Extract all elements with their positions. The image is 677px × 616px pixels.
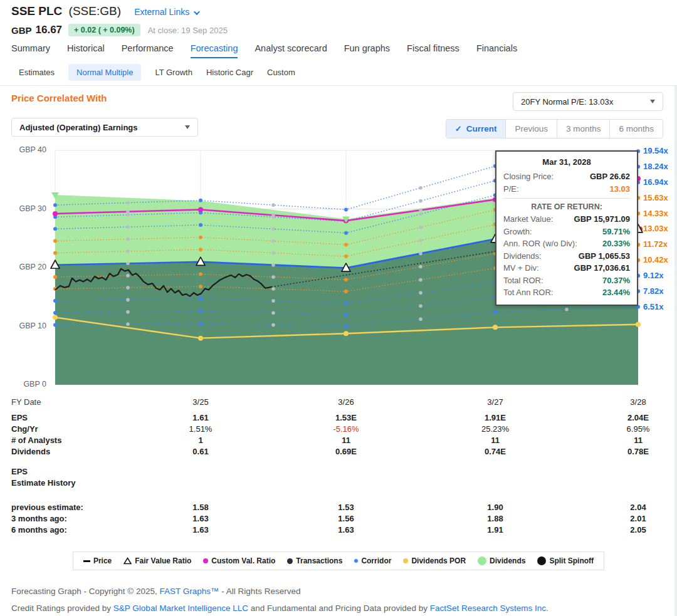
sp-global-link[interactable]: S&P Global Market Intelligence LLC (113, 603, 248, 613)
6-months-ago-value: 1.91 (458, 525, 533, 535)
previous-button[interactable]: Previous (505, 120, 557, 138)
legend-price: Price (83, 556, 112, 565)
tab-summary[interactable]: Summary (11, 43, 50, 58)
subtab-estimates[interactable]: Estimates (19, 68, 55, 77)
tooltip-label: Dividends: (503, 250, 542, 263)
dividends-value: 0.78E (601, 447, 676, 456)
chart-legend: Price Fair Value Ratio Custom Val. Ratio… (0, 551, 677, 570)
tooltip-mv-div: GBP 17,036.61 (574, 262, 630, 274)
analysts-value: 11 (458, 436, 533, 445)
external-links-dropdown[interactable]: External Links (134, 7, 198, 17)
table-row: 6 months ago: 1.63 1.63 1.91 2.05 (0, 525, 677, 536)
subtab-custom[interactable]: Custom (267, 68, 295, 77)
tab-analyst-scorecard[interactable]: Analyst scorecard (255, 43, 327, 58)
tooltip-label: Market Value: (503, 213, 553, 226)
tooltip-growth: 59.71% (602, 226, 630, 238)
metric-dropdown-value: Adjusted (Operating) Earnings (19, 123, 138, 132)
fy-date: 3/28 (601, 397, 676, 407)
current-button[interactable]: ✓Current (446, 120, 506, 138)
previous-estimate-value: 2.04 (601, 503, 676, 512)
previous-estimate-label: previous estimate: (11, 503, 83, 512)
price-line-icon (83, 560, 90, 562)
subtab-lt-growth[interactable]: LT Growth (155, 68, 192, 77)
price-value: 16.67 (36, 24, 63, 36)
legend-transactions: Transactions (287, 556, 342, 565)
legend-label: Price (93, 556, 112, 565)
legend-dividends-por: Dividends POR (403, 556, 466, 565)
tooltip-closing-price: GBP 26.62 (590, 170, 630, 183)
fast-graphs-link[interactable]: FAST Graphs™ (160, 587, 219, 596)
fy-date: 3/25 (163, 397, 238, 407)
tab-performance[interactable]: Performance (122, 43, 174, 58)
legend-label: Fair Value Ratio (135, 556, 191, 565)
eps-value: 2.04E (601, 413, 676, 422)
dividends-label: Dividends (11, 447, 50, 456)
y-axis-label: GBP 10 (19, 321, 46, 330)
tab-fiscal-fitness[interactable]: Fiscal fitness (407, 43, 459, 58)
tab-historical[interactable]: Historical (67, 43, 105, 58)
dividends-value: 0.74E (458, 447, 533, 456)
6-months-ago-value: 2.05 (601, 525, 676, 535)
copyright-text: - All Rights Reserved (219, 587, 301, 596)
tab-fun-graphs[interactable]: Fun graphs (344, 43, 390, 58)
copyright-text: Forecasting Graph - Copyright © 2025, (11, 587, 160, 596)
forecasting-chart[interactable]: GBP 40GBP 30GBP 20GBP 10GBP 0 19.54x18.2… (0, 143, 677, 401)
split-spinoff-circle-icon (537, 556, 546, 565)
tooltip-label: Ann. ROR (w/o Div): (503, 238, 577, 250)
chg-yr-value: -5.16% (308, 424, 384, 434)
dividends-value: 0.61 (163, 447, 238, 456)
eps-value: 1.61 (163, 413, 238, 422)
price-currency: GBP (11, 25, 32, 36)
scroll-strip[interactable] (674, 86, 677, 616)
price-axis: GBP 40GBP 30GBP 20GBP 10GBP 0 (0, 143, 50, 401)
caret-down-icon (185, 125, 190, 129)
copyright-line: Forecasting Graph - Copyright © 2025, FA… (11, 587, 300, 596)
subtab-historic-cagr[interactable]: Historic Cagr (206, 68, 253, 77)
tab-financials[interactable]: Financials (476, 43, 517, 58)
tooltip-dividends: GBP 1,065.53 (579, 250, 630, 263)
analysts-value: 1 (163, 436, 238, 445)
fy-date: 3/26 (308, 397, 384, 407)
3-months-button[interactable]: 3 months (557, 120, 610, 138)
section-header: EPS (0, 467, 677, 478)
table-row: # of Analysts 1 11 11 11 (0, 436, 677, 447)
multiple-axis-label: 18.24x (643, 162, 668, 171)
multiple-axis-label: 11.72x (643, 239, 668, 249)
subtab-normal-multiple[interactable]: Normal Multiple (68, 64, 141, 81)
price-correlated-heading: Price Correlated With (11, 93, 107, 103)
normal-pe-dropdown-value: 20FY Normal P/E: 13.03x (521, 97, 613, 107)
title-row: SSE PLC (SSE:GB) External Links (11, 4, 198, 18)
chg-yr-value: 1.51% (163, 424, 238, 434)
check-icon: ✓ (455, 124, 462, 133)
tab-forecasting[interactable]: Forecasting (191, 43, 238, 58)
6-months-ago-value: 1.63 (163, 525, 238, 535)
table-row: EPS 1.61 1.53E 1.91E 2.04E (0, 413, 677, 424)
tooltip-section-header: RATE OF RETURN: (496, 201, 637, 213)
tooltip-ann-ror: 20.33% (602, 238, 630, 250)
chg-yr-label: Chg/Yr (11, 424, 38, 434)
legend-custom-val-ratio: Custom Val. Ratio (203, 556, 275, 565)
3-months-ago-value: 2.01 (601, 514, 676, 523)
multiple-axis-label: 13.03x (643, 224, 668, 233)
table-row: 3 months ago: 1.63 1.56 1.88 2.01 (0, 514, 677, 525)
factset-link[interactable]: FactSet Research Systems Inc (430, 603, 546, 613)
metric-dropdown[interactable]: Adjusted (Operating) Earnings (11, 118, 198, 137)
multiple-axis-label: 7.82x (643, 286, 664, 296)
6-months-button[interactable]: 6 months (609, 120, 663, 138)
y-axis-label: GBP 40 (19, 145, 46, 154)
corridor-dot-icon (354, 559, 358, 563)
legend-label: Transactions (296, 556, 342, 565)
tooltip-label: Tot Ann ROR: (503, 286, 553, 299)
tooltip-label: Growth: (503, 226, 532, 238)
3-months-ago-label: 3 months ago: (11, 514, 67, 523)
section-header: Estimate History (0, 478, 677, 489)
fair-value-triangle-icon (123, 557, 132, 565)
tooltip-total-ror: 70.37% (602, 274, 630, 287)
legend-split-spinoff: Split Spinoff (537, 556, 594, 565)
legend-label: Corridor (361, 556, 391, 565)
at-close-label: At close: 19 Sep 2025 (148, 26, 228, 35)
legend-label: Dividends (490, 556, 525, 565)
main-nav: Summary Historical Performance Forecasti… (11, 43, 517, 58)
tooltip-label: MV + Div: (503, 262, 539, 274)
normal-pe-dropdown[interactable]: 20FY Normal P/E: 13.03x (513, 92, 663, 111)
